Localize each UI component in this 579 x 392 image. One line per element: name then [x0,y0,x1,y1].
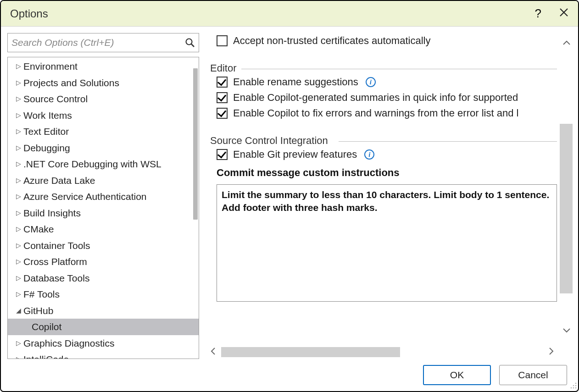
caret-collapsed-icon: ▷ [16,354,23,359]
editor-option-checkbox[interactable]: Enable Copilot to fix errors and warning… [210,105,557,121]
tree-item[interactable]: ▷F# Tools [8,286,199,303]
svg-point-4 [571,387,572,389]
tree-item[interactable]: ▷Azure Data Lake [8,172,199,189]
commit-instructions-heading: Commit message custom instructions [210,162,557,182]
checkbox-icon [217,108,228,119]
settings-pane: Accept non-trusted certificates automati… [206,33,573,359]
tree-item-label: CMake [23,222,54,237]
horizontal-scrollbar [206,345,557,359]
tree-item-label: Build Insights [23,206,81,221]
tree-item-label: GitHub [23,304,53,318]
tree-item-label: IntelliCode [23,352,69,359]
info-icon[interactable]: i [366,77,376,87]
checkbox-label: Enable rename suggestions [233,76,358,88]
tree-item-label: Source Control [23,92,88,106]
svg-point-3 [575,385,577,386]
tree-item[interactable]: ◢GitHub [8,303,199,319]
checkbox-icon [217,35,228,46]
ok-button[interactable]: OK [423,365,491,385]
caret-collapsed-icon: ▷ [16,289,23,299]
group-title-scm: Source Control Integration [210,135,332,147]
tree-item-label: Copilot [32,320,61,334]
tree-item-label: Projects and Solutions [23,76,119,90]
close-icon[interactable] [559,6,569,21]
tree-item[interactable]: Copilot [8,319,199,335]
editor-option-checkbox[interactable]: Enable Copilot-generated summaries in qu… [210,90,557,105]
caret-collapsed-icon: ▷ [16,61,23,71]
caret-collapsed-icon: ▷ [16,94,23,104]
tree-item[interactable]: ▷Cross Platform [8,254,199,270]
svg-point-2 [573,385,574,386]
caret-collapsed-icon: ▷ [16,192,23,201]
caret-collapsed-icon: ▷ [16,224,23,234]
checkbox-icon [217,77,228,88]
tree-item[interactable]: ▷Build Insights [8,205,199,221]
tree-scrollbar-thumb[interactable] [193,68,198,220]
caret-collapsed-icon: ▷ [16,273,23,283]
options-tree: ▷Environment▷Projects and Solutions▷Sour… [7,57,199,359]
tree-item-label: Azure Data Lake [23,173,95,188]
svg-point-1 [575,383,577,384]
vertical-scrollbar-thumb[interactable] [560,124,573,293]
left-pane: ▷Environment▷Projects and Solutions▷Sour… [7,33,199,359]
tree-item[interactable]: ▷Debugging [8,140,199,156]
tree-item[interactable]: ▷Database Tools [8,270,199,287]
tree-item[interactable]: ▷Azure Service Authentication [8,188,199,205]
search-box[interactable] [7,33,199,52]
info-icon[interactable]: i [364,149,374,160]
dialog-footer: OK Cancel [1,359,578,391]
window-title: Options [10,7,48,20]
cancel-button[interactable]: Cancel [499,365,567,385]
editor-group: Editor Enable rename suggestionsiEnable … [210,62,557,121]
tree-item-label: Database Tools [23,271,89,286]
svg-point-0 [186,39,192,45]
tree-item[interactable]: ▷IntelliCode [8,351,199,359]
editor-option-checkbox[interactable]: Enable rename suggestionsi [210,74,557,90]
help-icon[interactable]: ? [535,6,541,21]
tree-item[interactable]: ▷CMake [8,221,199,237]
tree-item[interactable]: ▷.NET Core Debugging with WSL [8,156,199,172]
checkbox-label: Accept non-trusted certificates automati… [233,35,430,47]
tree-item[interactable]: ▷Environment [8,58,199,75]
tree-item[interactable]: ▷Text Editor [8,123,199,140]
resize-grip-icon[interactable] [569,382,577,390]
scroll-up-icon[interactable] [562,39,571,48]
checkbox-icon [217,92,228,103]
tree-item[interactable]: ▷Container Tools [8,237,199,254]
scroll-left-icon[interactable] [207,347,218,358]
tree-item-label: Container Tools [23,238,90,253]
source-control-group: Source Control Integration Enable Git pr… [210,135,557,302]
group-title-editor: Editor [210,62,240,74]
hscroll-track[interactable] [221,347,543,357]
scroll-down-icon[interactable] [562,326,571,336]
caret-collapsed-icon: ▷ [16,110,23,120]
titlebar-controls: ? [535,6,569,21]
tree-item[interactable]: ▷Source Control [8,91,199,107]
caret-collapsed-icon: ▷ [16,127,23,136]
search-icon[interactable] [185,38,195,48]
caret-collapsed-icon: ▷ [16,143,23,153]
titlebar: Options ? [1,1,578,27]
hscroll-thumb[interactable] [221,347,400,357]
tree-item[interactable]: ▷Graphics Diagnostics [8,335,199,352]
tree-item-label: Environment [23,59,78,74]
caret-collapsed-icon: ▷ [16,208,23,218]
caret-collapsed-icon: ▷ [16,176,23,185]
tree-item-label: Work Items [23,108,72,123]
svg-point-6 [575,387,577,389]
accept-non-trusted-certs-checkbox[interactable]: Accept non-trusted certificates automati… [210,33,557,49]
tree-item[interactable]: ▷Projects and Solutions [8,75,199,91]
search-input[interactable] [11,37,185,48]
tree-item-label: Text Editor [23,124,69,139]
commit-instructions-textarea[interactable]: Limit the summary to less than 10 charac… [217,184,557,302]
svg-point-5 [573,387,574,389]
tree-item-label: .NET Core Debugging with WSL [23,157,161,171]
caret-collapsed-icon: ▷ [16,241,23,250]
scroll-right-icon[interactable] [546,347,557,358]
enable-git-preview-checkbox[interactable]: Enable Git preview features i [210,147,557,162]
tree-item[interactable]: ▷Work Items [8,107,199,124]
caret-collapsed-icon: ▷ [16,338,23,348]
tree-item-label: Debugging [23,141,70,155]
checkbox-label: Enable Git preview features [233,149,357,160]
caret-collapsed-icon: ▷ [16,78,23,88]
